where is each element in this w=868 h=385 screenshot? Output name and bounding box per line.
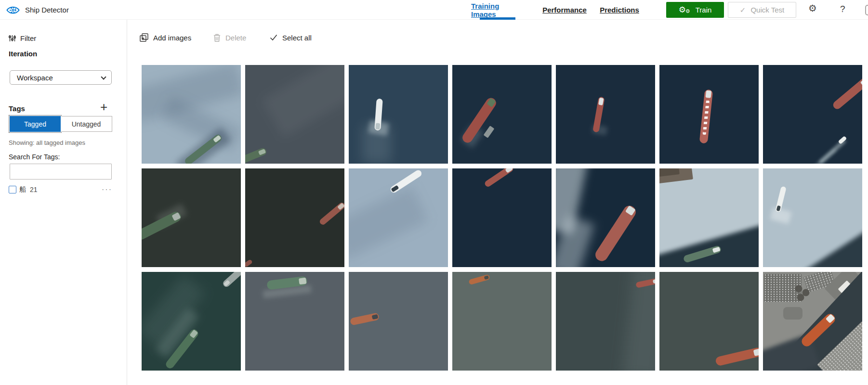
water-feature: [783, 307, 802, 320]
account-icon-partial[interactable]: [865, 5, 868, 15]
training-image-thumbnail[interactable]: [659, 168, 759, 267]
training-image-thumbnail[interactable]: [556, 65, 655, 164]
training-image-thumbnail[interactable]: [763, 65, 862, 164]
iteration-select[interactable]: Workspace: [10, 70, 112, 85]
training-image-thumbnail[interactable]: [556, 168, 655, 267]
checkmark-icon: ✓: [740, 6, 746, 14]
ship: [319, 202, 344, 226]
add-tag-button[interactable]: +: [100, 101, 107, 113]
tag-count: 21: [30, 186, 38, 193]
tag-checkbox[interactable]: [9, 186, 16, 193]
active-tab-underline: [480, 17, 515, 20]
training-image-thumbnail[interactable]: [452, 65, 552, 164]
quick-test-button[interactable]: ✓ Quick Test: [728, 2, 796, 18]
ship: [245, 259, 253, 267]
select-all-check-icon: [270, 34, 277, 41]
filter-toggle[interactable]: Filter: [9, 34, 36, 42]
training-image-thumbnail[interactable]: [142, 168, 241, 267]
search-tags-input[interactable]: [10, 164, 112, 180]
harbor-tank-shape: [797, 294, 804, 301]
trash-icon: [213, 34, 221, 42]
training-image-thumbnail[interactable]: [452, 168, 552, 267]
filter-sliders-icon: [9, 35, 16, 42]
ship: [245, 147, 267, 164]
tagged-untagged-toggle: Tagged Untagged: [10, 116, 112, 132]
training-image-thumbnail[interactable]: [763, 272, 862, 371]
tag-name: 船: [19, 185, 26, 194]
tags-heading: Tags: [9, 104, 25, 113]
train-gears-icon: ⚙⚙: [679, 5, 691, 15]
project-title: Ship Detector: [25, 6, 69, 14]
tagged-toggle-button[interactable]: Tagged: [10, 116, 61, 132]
ship: [775, 186, 787, 212]
ship: [484, 168, 514, 188]
add-images-icon: [140, 33, 148, 42]
add-images-label: Add images: [153, 34, 191, 42]
training-image-thumbnail[interactable]: [245, 168, 344, 267]
app-header: Ship Detector Training Images Performanc…: [0, 0, 868, 20]
water-feature: [484, 126, 495, 138]
untagged-toggle-button[interactable]: Untagged: [61, 116, 112, 132]
help-icon[interactable]: ?: [840, 4, 845, 13]
showing-status-text: Showing: all tagged images: [9, 139, 85, 146]
water-feature: [262, 65, 344, 137]
tag-list-item: 船 21 ···: [9, 185, 112, 194]
training-image-thumbnail[interactable]: [659, 272, 759, 371]
search-tags-label: Search For Tags:: [9, 153, 60, 161]
filter-label: Filter: [20, 34, 36, 42]
training-image-thumbnail[interactable]: [245, 272, 344, 371]
train-button-label: Train: [696, 6, 712, 14]
tab-training-images[interactable]: Training Images: [471, 0, 524, 20]
tab-performance[interactable]: Performance: [540, 0, 589, 20]
water-feature: [349, 186, 428, 259]
settings-gear-icon[interactable]: ⚙: [808, 3, 817, 13]
training-image-thumbnail[interactable]: [556, 272, 655, 371]
ship: [468, 274, 490, 285]
tag-more-menu-icon[interactable]: ···: [102, 187, 112, 192]
tab-training-images-label: Training Images: [471, 2, 524, 18]
iteration-heading: Iteration: [9, 50, 37, 58]
ship: [699, 89, 713, 143]
water-feature: [659, 220, 759, 267]
filter-sidebar: Filter Iteration Workspace Tags + Tagged…: [0, 20, 127, 385]
training-image-thumbnail[interactable]: [142, 65, 241, 164]
tab-predictions-label: Predictions: [600, 6, 639, 14]
training-image-thumbnail[interactable]: [142, 272, 241, 371]
ship: [350, 313, 380, 326]
training-image-thumbnail[interactable]: [659, 65, 759, 164]
tab-predictions[interactable]: Predictions: [599, 0, 640, 20]
training-image-thumbnail[interactable]: [349, 168, 448, 267]
ship: [222, 272, 241, 288]
iteration-selected-value: Workspace: [17, 74, 53, 82]
delete-button[interactable]: Delete: [213, 30, 246, 45]
custom-vision-eye-logo: [6, 4, 20, 16]
tab-performance-label: Performance: [542, 6, 587, 14]
image-grid: [142, 65, 862, 371]
chevron-down-icon: [101, 74, 106, 79]
quick-test-label: Quick Test: [750, 6, 784, 14]
training-image-thumbnail[interactable]: [452, 272, 552, 371]
ship: [832, 76, 862, 111]
training-image-thumbnail[interactable]: [349, 65, 448, 164]
add-images-button[interactable]: Add images: [140, 30, 191, 45]
train-button[interactable]: ⚙⚙ Train: [666, 2, 724, 18]
training-image-thumbnail[interactable]: [763, 168, 862, 267]
delete-label: Delete: [225, 34, 246, 42]
select-all-label: Select all: [282, 34, 312, 42]
water-feature: [797, 218, 862, 267]
ship: [715, 347, 759, 367]
training-image-thumbnail[interactable]: [245, 65, 344, 164]
select-all-button[interactable]: Select all: [270, 30, 312, 45]
training-image-thumbnail[interactable]: [349, 272, 448, 371]
harbor-tank-shape: [795, 285, 802, 292]
ship: [593, 204, 638, 264]
